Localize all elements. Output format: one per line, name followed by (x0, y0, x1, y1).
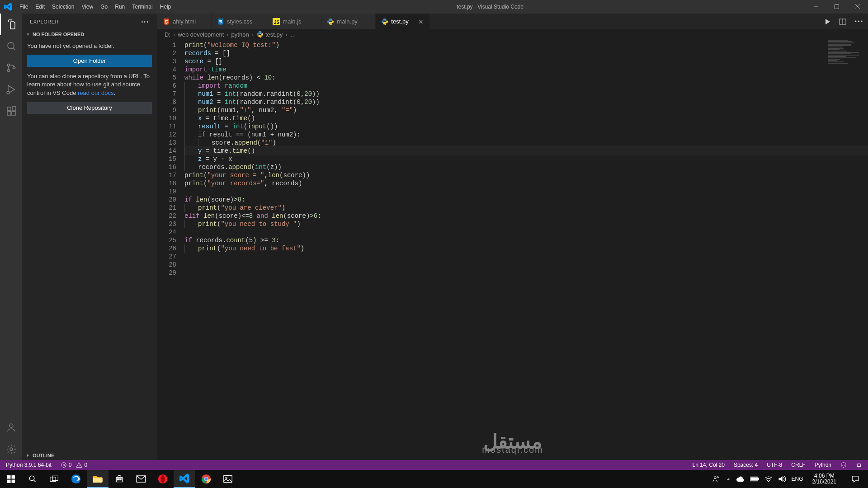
code-line[interactable]: print(num1,"+", num2, "=") (184, 106, 868, 114)
tab-styles-css[interactable]: styles.css (212, 14, 267, 29)
open-folder-button[interactable]: Open Folder (27, 55, 152, 67)
editor-more-icon[interactable]: ••• (854, 18, 863, 25)
breadcrumb-drive[interactable]: D: (165, 31, 170, 38)
code-line[interactable]: z = y - x (184, 155, 868, 163)
code-line[interactable]: x = time.time() (184, 114, 868, 122)
read-our-docs-link[interactable]: read our docs (78, 89, 114, 96)
taskbar-clock[interactable]: 4:06 PM 2/16/2021 (809, 473, 840, 485)
explorer-more-icon[interactable]: ••• (141, 19, 149, 24)
tab-ahly-html[interactable]: ahly.html (157, 14, 212, 29)
outline-section[interactable]: OUTLINE (22, 450, 157, 460)
status-language[interactable]: Python (813, 460, 833, 470)
taskbar-search-icon[interactable] (22, 470, 43, 488)
code-line[interactable]: elif len(score)<=8 and len(score)>6: (184, 212, 868, 220)
menu-go[interactable]: Go (97, 0, 111, 14)
activity-scm-icon[interactable] (0, 57, 22, 79)
menu-edit[interactable]: Edit (32, 0, 48, 14)
run-python-icon[interactable] (824, 18, 831, 25)
minimap[interactable] (823, 39, 868, 460)
code-line[interactable]: result = int(input()) (184, 122, 868, 131)
menu-file[interactable]: File (16, 0, 32, 14)
code-line[interactable]: print("your score = ",len(score)) (184, 171, 868, 179)
vscode-taskbar-icon[interactable] (174, 470, 195, 488)
code-line[interactable]: if records.count(5) >= 3: (184, 236, 868, 244)
breadcrumb-folder[interactable]: web development (178, 31, 224, 38)
people-icon[interactable] (712, 475, 720, 483)
code-line[interactable]: print("your records=", records) (184, 179, 868, 188)
maximize-button[interactable] (826, 0, 847, 14)
volume-icon[interactable] (778, 475, 786, 483)
minimize-button[interactable] (806, 0, 826, 14)
code-line[interactable] (184, 253, 868, 261)
battery-icon[interactable] (750, 476, 759, 482)
tab-test-py[interactable]: test.py (376, 14, 430, 29)
code-line[interactable]: print("you are clever") (184, 204, 868, 212)
code-line[interactable]: import random (184, 82, 868, 90)
code-line[interactable]: score.append("1") (184, 139, 868, 147)
onedrive-icon[interactable] (736, 476, 745, 482)
breadcrumbs[interactable]: D: › web development › python › test.py … (157, 29, 868, 39)
chrome-icon[interactable] (195, 470, 217, 488)
mail-icon[interactable] (130, 470, 152, 488)
breadcrumb-folder[interactable]: python (231, 31, 249, 38)
code-line[interactable]: if result == (num1 + num2): (184, 131, 868, 139)
photos-icon[interactable] (217, 470, 239, 488)
keyboard-lang[interactable]: ENG (792, 476, 803, 482)
activity-extensions-icon[interactable] (0, 100, 22, 122)
status-feedback-icon[interactable] (839, 460, 848, 470)
store-icon[interactable] (108, 470, 130, 488)
code-line[interactable]: y = time.time() (184, 147, 868, 155)
code-line[interactable]: num2 = int(random.randint(0,20)) (184, 98, 868, 106)
tab-main-js[interactable]: JSmain.js (267, 14, 321, 29)
clone-repository-button[interactable]: Clone Repository (27, 102, 152, 114)
code-line[interactable]: num1 = int(random.randint(0,20)) (184, 90, 868, 98)
status-linecol[interactable]: Ln 14, Col 20 (691, 460, 726, 470)
code-line[interactable]: score = [] (184, 57, 868, 66)
menu-help[interactable]: Help (156, 0, 175, 14)
status-problems[interactable]: 0 0 (59, 460, 89, 470)
code-editor[interactable]: 1234567891011121314151617181920212223242… (157, 39, 868, 460)
tab-main-py[interactable]: main.py (321, 14, 376, 29)
code-line[interactable]: print("you need to be fast") (184, 244, 868, 253)
action-center-icon[interactable] (845, 470, 865, 488)
code-line[interactable]: import time (184, 66, 868, 74)
file-explorer-icon[interactable] (87, 470, 108, 488)
status-encoding[interactable]: UTF-8 (765, 460, 783, 470)
code-line[interactable]: while len(records) < 10: (184, 74, 868, 82)
activity-search-icon[interactable] (0, 35, 22, 57)
code-line[interactable] (184, 269, 868, 277)
tray-chevron-up-icon[interactable] (726, 476, 731, 482)
code-line[interactable]: print("welcome IQ test:") (184, 41, 868, 49)
activity-run-icon[interactable] (0, 79, 22, 100)
task-view-icon[interactable] (43, 470, 65, 488)
breadcrumb-dots[interactable]: … (290, 31, 296, 38)
activity-account-icon[interactable] (0, 417, 22, 438)
wifi-icon[interactable] (764, 476, 773, 482)
close-window-button[interactable] (847, 0, 868, 14)
code-lines[interactable]: print("welcome IQ test:")records = []sco… (184, 39, 868, 460)
activity-settings-icon[interactable] (0, 438, 22, 460)
status-eol[interactable]: CRLF (790, 460, 807, 470)
code-line[interactable]: records.append(int(z)) (184, 163, 868, 171)
status-bell-icon[interactable] (854, 460, 863, 470)
no-folder-section[interactable]: NO FOLDER OPENED (22, 29, 157, 39)
status-indent[interactable]: Spaces: 4 (732, 460, 759, 470)
menu-selection[interactable]: Selection (48, 0, 78, 14)
menu-view[interactable]: View (78, 0, 97, 14)
code-line[interactable] (184, 261, 868, 269)
edge-icon[interactable] (65, 470, 87, 488)
code-line[interactable]: if len(score)>8: (184, 196, 868, 204)
close-tab-icon[interactable] (418, 19, 424, 25)
code-line[interactable] (184, 228, 868, 236)
status-python-env[interactable]: Python 3.9.1 64-bit (5, 460, 53, 470)
code-line[interactable] (184, 188, 868, 196)
opera-icon[interactable] (152, 470, 174, 488)
split-editor-icon[interactable] (839, 18, 846, 25)
code-line[interactable]: records = [] (184, 49, 868, 57)
activity-explorer-icon[interactable] (0, 14, 22, 35)
code-line[interactable]: print("you need to study ") (184, 220, 868, 228)
start-button[interactable] (0, 470, 22, 488)
breadcrumb-file[interactable]: test.py (256, 31, 283, 38)
menu-terminal[interactable]: Terminal (128, 0, 156, 14)
menu-run[interactable]: Run (111, 0, 128, 14)
